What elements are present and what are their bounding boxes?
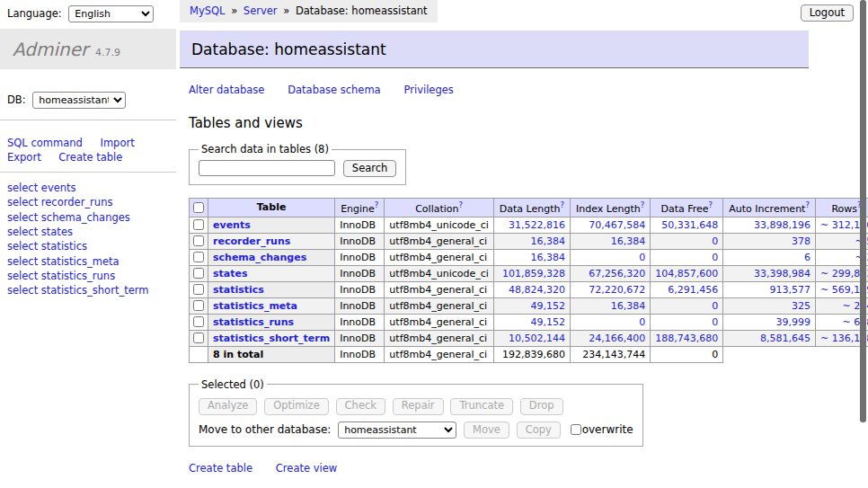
select-statistics-short-term-link[interactable]: select statistics_short_term — [7, 283, 169, 297]
data-length-link[interactable]: 31,522,816 — [509, 219, 565, 231]
select-all-checkbox[interactable] — [193, 202, 204, 213]
export-link[interactable]: Export — [7, 151, 41, 164]
index-length-link[interactable]: 72,220,672 — [589, 284, 645, 296]
collation-cell: utf8mb4_unicode_ci — [385, 265, 493, 281]
create-view-link[interactable]: Create view — [276, 462, 337, 475]
auto-increment-link[interactable]: 325 — [792, 300, 810, 312]
row-checkbox[interactable] — [193, 219, 204, 230]
import-link[interactable]: Import — [100, 137, 134, 149]
help-link[interactable]: ? — [459, 200, 464, 209]
index-length-link[interactable]: 0 — [639, 252, 645, 263]
row-checkbox[interactable] — [193, 333, 204, 343]
privileges-link[interactable]: Privileges — [403, 84, 453, 96]
auto-increment-link[interactable]: 913,577 — [769, 284, 810, 296]
auto-increment-link[interactable]: 39,999 — [775, 316, 810, 328]
index-length-link[interactable]: 16,384 — [611, 235, 646, 247]
db-label: DB: — [7, 93, 26, 106]
search-fieldset: Search data in tables (8) Search — [189, 143, 406, 185]
sidebar: Language: English Adminer 4.7.9 DB: home… — [0, 0, 176, 306]
auto-increment-link[interactable]: 33,398,984 — [754, 268, 810, 279]
data-length-link[interactable]: 10,502,144 — [509, 333, 565, 344]
move-db-select[interactable]: homeassistant — [338, 421, 456, 439]
language-select[interactable]: English — [68, 5, 154, 22]
engine-cell: InnoDB — [335, 233, 385, 249]
breadcrumb-server-link[interactable]: Server — [244, 4, 278, 17]
table-name-link[interactable]: recorder_runs — [213, 235, 290, 247]
select-statistics-runs-link[interactable]: select statistics_runs — [7, 269, 169, 283]
select-schema-changes-link[interactable]: select schema_changes — [7, 210, 169, 225]
index-length-link[interactable]: 24,166,400 — [589, 333, 645, 344]
data-free-link[interactable]: 50,331,648 — [661, 219, 718, 231]
data-free-link[interactable]: 188,743,680 — [655, 333, 718, 344]
search-legend: Search data in tables (8) — [199, 143, 332, 155]
db-select[interactable]: homeassistant — [32, 92, 126, 109]
data-free-link[interactable]: 104,857,600 — [655, 268, 718, 279]
copy-button: Copy — [517, 421, 561, 439]
table-name-link[interactable]: events — [213, 219, 251, 231]
help-link[interactable]: ? — [561, 200, 565, 209]
index-length-link[interactable]: 16,384 — [611, 300, 646, 312]
breadcrumb-mysql-link[interactable]: MySQL — [190, 4, 226, 17]
select-recorder-runs-link[interactable]: select recorder_runs — [7, 195, 169, 209]
table-name-link[interactable]: schema_changes — [213, 252, 306, 263]
data-free-link[interactable]: 6,291,456 — [668, 284, 718, 296]
total-label: 8 in total — [208, 346, 335, 362]
data-free-link[interactable]: 0 — [712, 300, 718, 312]
logout-button[interactable]: Logout — [801, 4, 854, 22]
row-checkbox[interactable] — [193, 284, 204, 295]
row-checkbox[interactable] — [193, 316, 204, 327]
database-schema-link[interactable]: Database schema — [288, 84, 380, 96]
data-length-link[interactable]: 48,824,320 — [509, 284, 565, 296]
search-input[interactable] — [199, 160, 335, 176]
auto-increment-link[interactable]: 33,898,196 — [754, 219, 810, 231]
auto-increment-link[interactable]: 378 — [792, 235, 810, 247]
table-name-link[interactable]: statistics_short_term — [213, 333, 330, 344]
data-length-link[interactable]: 101,859,328 — [502, 268, 565, 279]
index-length-link[interactable]: 70,467,584 — [589, 219, 645, 231]
data-length-link[interactable]: 16,384 — [531, 252, 566, 263]
table-row: states InnoDB utf8mb4_unicode_ci 101,859… — [190, 265, 868, 281]
sql-command-link[interactable]: SQL command — [7, 137, 83, 149]
data-length-link[interactable]: 49,152 — [531, 300, 566, 312]
help-link[interactable]: ? — [709, 200, 713, 209]
alter-database-link[interactable]: Alter database — [189, 84, 264, 96]
select-events-link[interactable]: select events — [7, 181, 169, 195]
select-statistics-link[interactable]: select statistics — [7, 239, 169, 253]
table-name-link[interactable]: statistics — [213, 284, 264, 296]
create-table-sidebar-link[interactable]: Create table — [58, 151, 122, 164]
select-statistics-meta-link[interactable]: select statistics_meta — [7, 254, 169, 269]
table-name-link[interactable]: statistics_meta — [213, 300, 297, 312]
auto-increment-link[interactable]: 6 — [804, 252, 810, 263]
data-free-link[interactable]: 0 — [712, 252, 718, 263]
table-name-link[interactable]: statistics_runs — [213, 316, 294, 328]
topbar: MySQL » Server » Database: homeassistant… — [180, 0, 809, 22]
table-row: recorder_runs InnoDB utf8mb4_general_ci … — [190, 233, 868, 249]
search-button[interactable]: Search — [343, 160, 397, 177]
data-free-link[interactable]: 0 — [712, 316, 718, 328]
create-links: Create table Create view — [189, 462, 809, 475]
collation-cell: utf8mb4_general_ci — [385, 314, 493, 330]
row-checkbox[interactable] — [193, 300, 204, 311]
row-checkbox[interactable] — [193, 252, 204, 262]
select-states-link[interactable]: select states — [7, 225, 169, 239]
engine-cell: InnoDB — [335, 330, 385, 346]
repair-button: Repair — [393, 398, 444, 415]
row-checkbox[interactable] — [193, 268, 204, 279]
table-name-link[interactable]: states — [213, 268, 248, 279]
row-checkbox[interactable] — [193, 235, 204, 246]
breadcrumb: MySQL » Server » Database: homeassistant — [180, 0, 438, 22]
index-length-link[interactable]: 67,256,320 — [589, 268, 645, 279]
table-header-row: Table Engine? Collation? Data Length? In… — [190, 199, 868, 217]
vertical-scrollbar-thumb[interactable] — [860, 0, 866, 422]
create-table-link[interactable]: Create table — [189, 462, 252, 475]
breadcrumb-current: Database: homeassistant — [296, 4, 428, 17]
help-link[interactable]: ? — [641, 200, 645, 209]
index-length-link[interactable]: 0 — [639, 316, 645, 328]
data-free-link[interactable]: 0 — [712, 235, 718, 247]
auto-increment-link[interactable]: 8,581,645 — [760, 333, 810, 344]
help-link[interactable]: ? — [805, 200, 810, 209]
overwrite-checkbox[interactable] — [571, 424, 581, 435]
data-length-link[interactable]: 16,384 — [531, 235, 566, 247]
data-length-link[interactable]: 49,152 — [531, 316, 566, 328]
help-link[interactable]: ? — [375, 200, 379, 209]
